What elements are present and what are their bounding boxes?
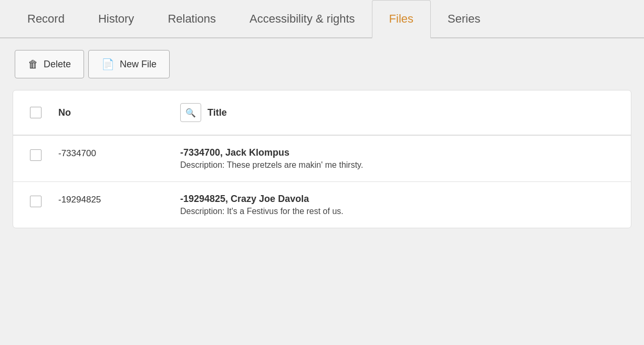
- new-file-button[interactable]: 📄 New File: [88, 50, 170, 78]
- delete-label: Delete: [44, 59, 71, 70]
- col-title-label: Title: [207, 107, 227, 118]
- tab-bar: Record History Relations Accessibility &…: [0, 0, 644, 38]
- row-1-no: -7334700: [58, 147, 163, 159]
- row-2-checkbox[interactable]: [30, 196, 41, 207]
- tab-relations[interactable]: Relations: [151, 1, 233, 37]
- tab-history[interactable]: History: [81, 1, 151, 37]
- select-all-checkbox[interactable]: [30, 107, 41, 118]
- tab-files[interactable]: Files: [372, 0, 431, 38]
- tab-accessibility[interactable]: Accessibility & rights: [233, 1, 372, 37]
- tab-series[interactable]: Series: [431, 1, 497, 37]
- row-2-title: -19294825, Crazy Joe Davola: [180, 194, 614, 205]
- delete-icon: 🗑: [28, 58, 38, 70]
- row-1-title: -7334700, Jack Klompus: [180, 147, 614, 158]
- col-no-header: No: [58, 107, 163, 118]
- table-header: No 🔍 Title: [13, 90, 631, 136]
- toolbar: 🗑 Delete 📄 New File: [0, 38, 644, 90]
- table-row: -19294825 -19294825, Crazy Joe Davola De…: [13, 182, 631, 228]
- row-1-title-col: -7334700, Jack Klompus Description: Thes…: [180, 147, 614, 170]
- row-2-title-col: -19294825, Crazy Joe Davola Description:…: [180, 194, 614, 216]
- search-icon: 🔍: [185, 108, 196, 118]
- table-row: -7334700 -7334700, Jack Klompus Descript…: [13, 136, 631, 182]
- delete-button[interactable]: 🗑 Delete: [15, 50, 84, 78]
- row-1-description: Description: These pretzels are makin' m…: [180, 160, 614, 170]
- files-table: No 🔍 Title -7334700 -7334700, Jack Klomp…: [13, 90, 631, 228]
- tab-record[interactable]: Record: [11, 1, 81, 37]
- new-file-icon: 📄: [101, 58, 115, 70]
- row-1-checkbox[interactable]: [30, 149, 41, 161]
- row-2-no: -19294825: [58, 194, 163, 205]
- row-2-description: Description: It's a Festivus for the res…: [180, 207, 614, 216]
- col-title-header: 🔍 Title: [180, 103, 614, 122]
- new-file-label: New File: [120, 59, 157, 70]
- title-search-button[interactable]: 🔍: [180, 103, 201, 122]
